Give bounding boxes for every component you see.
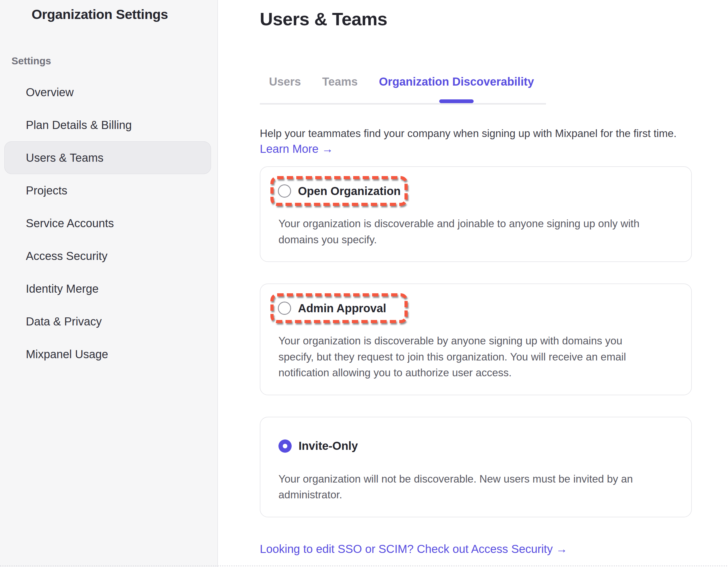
main-content: Users & Teams UsersTeamsOrganization Dis… (218, 0, 728, 567)
sidebar-item-users-teams[interactable]: Users & Teams (4, 141, 211, 174)
sidebar-item-label: Data & Privacy (26, 315, 102, 328)
tab-teams[interactable]: Teams (322, 75, 358, 88)
sidebar-item-access-security[interactable]: Access Security (4, 239, 211, 272)
sidebar-item-service-accounts[interactable]: Service Accounts (4, 207, 211, 239)
sidebar-item-label: Identity Merge (26, 282, 98, 295)
bottom-dotted-divider (0, 565, 728, 566)
sidebar-item-label: Projects (26, 184, 67, 197)
sidebar-item-label: Mixpanel Usage (26, 348, 108, 361)
option-row: Invite-Only (278, 440, 675, 453)
sidebar-item-mixpanel-usage[interactable]: Mixpanel Usage (4, 338, 211, 371)
radio-open-organization[interactable] (278, 184, 291, 198)
sidebar-item-overview[interactable]: Overview (4, 76, 211, 109)
option-description: Your organization is discoverable by any… (278, 333, 675, 381)
option-label: Admin Approval (298, 302, 386, 315)
sidebar-item-label: Access Security (26, 249, 108, 262)
settings-sidebar: Organization Settings Settings Overview … (0, 0, 218, 567)
tab-users[interactable]: Users (269, 75, 301, 88)
option-card-invite-only: Invite-Only Your organization will not b… (260, 417, 692, 517)
sidebar-item-label: Overview (26, 86, 74, 99)
page-title: Users & Teams (260, 9, 692, 29)
option-description: Your organization is discoverable and jo… (278, 216, 675, 247)
sidebar-item-label: Users & Teams (26, 151, 103, 164)
tab-organization-discoverability[interactable]: Organization Discoverability (379, 75, 534, 88)
radio-admin-approval[interactable] (278, 302, 291, 315)
sidebar-title: Organization Settings (32, 6, 217, 22)
discoverability-options: Open Organization Your organization is d… (260, 166, 692, 517)
access-security-link[interactable]: Looking to edit SSO or SCIM? Check out A… (260, 543, 568, 556)
sidebar-nav: Overview Plan Details & Billing Users & … (0, 76, 217, 371)
radio-invite-only[interactable] (278, 440, 292, 453)
annotation-box-admin-approval: Admin Approval (270, 293, 408, 323)
sidebar-item-plan-details-billing[interactable]: Plan Details & Billing (4, 109, 211, 141)
sidebar-item-identity-merge[interactable]: Identity Merge (4, 272, 211, 305)
sidebar-section-label: Settings (11, 55, 217, 67)
sidebar-item-label: Service Accounts (26, 217, 114, 230)
option-label: Open Organization (298, 185, 401, 198)
intro-text: Help your teammates find your company wh… (260, 127, 692, 140)
annotation-box-open-organization: Open Organization (270, 176, 408, 206)
option-card-admin-approval: Admin Approval Your organization is disc… (260, 284, 692, 395)
option-description: Your organization will not be discoverab… (278, 471, 675, 503)
option-label: Invite-Only (299, 440, 358, 452)
option-card-open-organization: Open Organization Your organization is d… (260, 166, 692, 262)
tab-bar: UsersTeamsOrganization Discoverability (260, 75, 546, 104)
sidebar-item-data-privacy[interactable]: Data & Privacy (4, 305, 211, 338)
sidebar-item-projects[interactable]: Projects (4, 174, 211, 207)
learn-more-link[interactable]: Learn More → (260, 142, 333, 155)
sidebar-item-label: Plan Details & Billing (26, 119, 132, 131)
